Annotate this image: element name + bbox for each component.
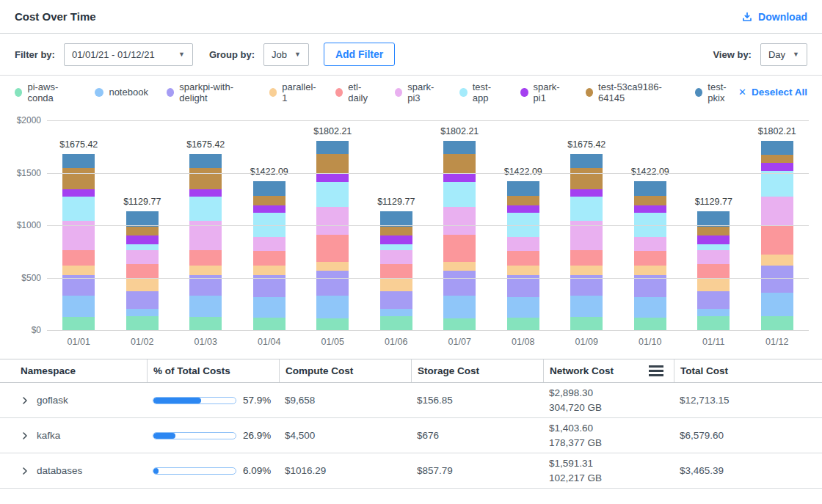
group-by-select[interactable]: Job ▼ [263, 43, 309, 66]
bar-segment-test-53ca9186-64145[interactable] [62, 168, 95, 189]
bar-segment-test-53ca9186-64145[interactable] [126, 227, 159, 235]
bar-segment-test-53ca9186-64145[interactable] [316, 154, 349, 174]
bar-segment-parallel-1[interactable] [380, 279, 412, 291]
legend-item-pi-aws-conda[interactable]: pi-aws-conda [15, 81, 76, 103]
bar-segment-pi-aws-conda[interactable] [316, 318, 349, 330]
stacked-bar[interactable] [570, 154, 603, 330]
bar-segment-spark-pi3[interactable] [253, 237, 285, 251]
column-menu-icon[interactable] [649, 365, 666, 376]
bar-segment-test-pkix[interactable] [570, 154, 603, 168]
bar-segment-pi-aws-conda[interactable] [253, 318, 285, 330]
stacked-bar[interactable] [697, 211, 730, 330]
view-by-select[interactable]: Day ▼ [760, 43, 807, 66]
bar-segment-test-pkix[interactable] [443, 141, 476, 154]
bar-segment-test-pkix[interactable] [507, 181, 539, 196]
bar-segment-notebook[interactable] [443, 296, 476, 318]
bar-segment-parallel-1[interactable] [62, 266, 95, 275]
bar-segment-spark-pi1[interactable] [380, 235, 412, 244]
bar-segment-pi-aws-conda[interactable] [507, 318, 539, 330]
legend-item-test-pkix[interactable]: test-pkix [695, 81, 738, 103]
date-range-select[interactable]: 01/01/21 - 01/12/21 ▼ [64, 43, 193, 66]
bar-segment-spark-pi1[interactable] [761, 163, 793, 171]
stacked-bar[interactable] [253, 181, 285, 330]
bar-segment-spark-pi1[interactable] [253, 205, 285, 213]
column-header--of-total-costs[interactable]: % of Total Costs [147, 359, 279, 382]
bar-segment-test-53ca9186-64145[interactable] [189, 168, 222, 189]
bar-segment-parallel-1[interactable] [634, 266, 666, 275]
bar-segment-pi-aws-conda[interactable] [761, 316, 793, 330]
legend-item-parallel-1[interactable]: parallel-1 [269, 81, 317, 103]
bar-segment-etl-daily[interactable] [634, 251, 666, 266]
bar-segment-test-53ca9186-64145[interactable] [697, 227, 730, 235]
stacked-bar[interactable] [126, 211, 159, 330]
bar-segment-test-53ca9186-64145[interactable] [253, 196, 285, 205]
legend-item-etl-daily[interactable]: etl-daily [335, 81, 377, 103]
bar-segment-spark-pi3[interactable] [634, 237, 666, 251]
stacked-bar[interactable] [761, 141, 793, 330]
bar-segment-test-pkix[interactable] [697, 211, 730, 226]
bar-segment-etl-daily[interactable] [126, 264, 159, 280]
bar-segment-test-53ca9186-64145[interactable] [507, 196, 539, 205]
column-header-compute-cost[interactable]: Compute Cost [279, 359, 411, 382]
stacked-bar[interactable] [443, 141, 476, 330]
bar-segment-etl-daily[interactable] [62, 250, 95, 266]
bar-segment-spark-pi3[interactable] [126, 250, 159, 263]
bar-segment-spark-pi3[interactable] [761, 197, 793, 225]
bar-segment-spark-pi1[interactable] [189, 189, 222, 197]
bar-segment-pi-aws-conda[interactable] [570, 317, 603, 330]
bar-segment-test-pkix[interactable] [189, 154, 222, 168]
legend-item-spark-pi3[interactable]: spark-pi3 [395, 81, 442, 103]
bar-segment-notebook[interactable] [697, 309, 730, 317]
bar-segment-notebook[interactable] [62, 296, 95, 317]
legend-item-sparkpi-with-delight[interactable]: sparkpi-with-delight [167, 81, 251, 103]
bar-segment-test-app[interactable] [380, 244, 412, 251]
bar-segment-test-app[interactable] [697, 244, 730, 251]
stacked-bar[interactable] [380, 211, 412, 330]
bar-segment-spark-pi3[interactable] [697, 250, 730, 263]
bar-segment-spark-pi1[interactable] [62, 189, 95, 197]
bar-segment-notebook[interactable] [634, 297, 666, 318]
bar-segment-test-pkix[interactable] [634, 181, 666, 196]
bar-segment-etl-daily[interactable] [316, 235, 349, 261]
bar-segment-notebook[interactable] [126, 309, 159, 317]
legend-item-spark-pi1[interactable]: spark-pi1 [520, 81, 567, 103]
bar-segment-parallel-1[interactable] [570, 266, 603, 275]
bar-segment-test-53ca9186-64145[interactable] [380, 227, 412, 235]
bar-segment-notebook[interactable] [570, 296, 603, 317]
bar-segment-test-pkix[interactable] [380, 211, 412, 226]
bar-segment-spark-pi1[interactable] [507, 205, 539, 213]
column-header-network-cost[interactable]: Network Cost [543, 359, 674, 382]
bar-segment-test-pkix[interactable] [253, 181, 285, 196]
bar-segment-etl-daily[interactable] [761, 225, 793, 255]
bar-segment-pi-aws-conda[interactable] [697, 316, 730, 329]
add-filter-button[interactable]: Add Filter [324, 43, 395, 66]
bar-segment-sparkpi-with-delight[interactable] [443, 271, 476, 296]
legend-item-test-app[interactable]: test-app [459, 81, 502, 103]
bar-segment-sparkpi-with-delight[interactable] [316, 271, 349, 296]
bar-segment-notebook[interactable] [507, 297, 539, 318]
download-button[interactable]: Download [741, 11, 807, 23]
stacked-bar[interactable] [634, 181, 666, 330]
bar-segment-spark-pi1[interactable] [316, 174, 349, 181]
bar-segment-pi-aws-conda[interactable] [62, 317, 95, 330]
table-row-kafka[interactable]: kafka26.9%$4,500$676$1,403.60178,377 GB$… [0, 418, 822, 453]
bar-segment-test-53ca9186-64145[interactable] [443, 154, 476, 174]
bar-segment-pi-aws-conda[interactable] [126, 316, 159, 329]
bar-segment-spark-pi1[interactable] [634, 205, 666, 213]
bar-segment-sparkpi-with-delight[interactable] [634, 275, 666, 297]
bar-segment-sparkpi-with-delight[interactable] [380, 291, 412, 309]
column-header-storage-cost[interactable]: Storage Cost [411, 359, 543, 382]
chevron-right-icon[interactable] [21, 467, 29, 475]
bar-segment-parallel-1[interactable] [316, 262, 349, 271]
bar-segment-spark-pi3[interactable] [316, 207, 349, 235]
bar-segment-parallel-1[interactable] [443, 262, 476, 271]
column-header-total-cost[interactable]: Total Cost [674, 359, 807, 382]
bar-segment-etl-daily[interactable] [570, 250, 603, 266]
stacked-bar[interactable] [507, 181, 539, 330]
bar-segment-notebook[interactable] [189, 296, 222, 317]
bar-segment-test-app[interactable] [570, 197, 603, 221]
deselect-all-button[interactable]: ✕ Deselect All [738, 87, 807, 98]
bar-segment-pi-aws-conda[interactable] [189, 317, 222, 330]
bar-segment-notebook[interactable] [761, 293, 793, 317]
bar-segment-spark-pi1[interactable] [443, 174, 476, 181]
